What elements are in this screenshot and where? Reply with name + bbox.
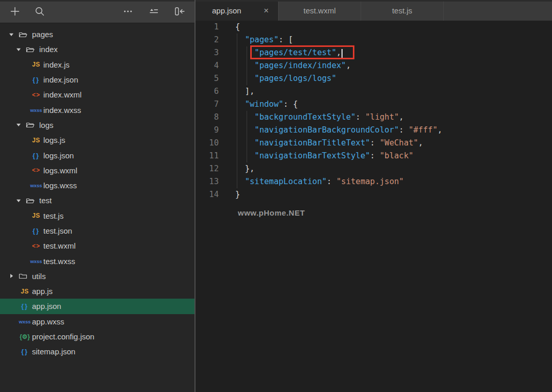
tree-item-project-config-json[interactable]: {⚙}project.config.json [0,329,194,344]
tab-label: app.json [212,6,241,15]
tree-item-logs[interactable]: logs [0,118,194,133]
close-tab-icon[interactable]: × [262,5,271,16]
json-value: "WeChat" [380,138,418,148]
code-line: 1{ [196,21,552,34]
tree-item-app-js[interactable]: JSapp.js [0,284,194,299]
json-punctuation: , [336,48,341,57]
tree-item-label: index.wxml [43,90,82,99]
tree-item-index-js[interactable]: JSindex.js [0,57,194,72]
new-file-icon[interactable] [9,6,21,17]
tree-item-utils[interactable]: utils [0,269,194,284]
tree-item-index-wxml[interactable]: <>index.wxml [0,87,194,102]
tree-item-test-json[interactable]: {}test.json [0,223,194,238]
tree-item-label: test.json [43,226,72,235]
tree-item-logs-js[interactable]: JSlogs.js [0,133,194,148]
json-punctuation: : { [283,100,298,109]
explorer-toolbar [0,0,194,23]
chevron-down-icon[interactable] [15,198,22,203]
line-number: 11 [196,150,219,162]
tree-item-index[interactable]: index [0,42,194,57]
chevron-right-icon[interactable] [8,273,14,279]
tab-test-js[interactable]: test.js [361,0,444,21]
json-punctuation: : [355,112,365,122]
code-line: 10 "navigationBarTitleText": "WeChat", [196,137,552,150]
folder-open-icon [26,121,35,128]
file-tree: pagesindexJSindex.js{}index.json<>index.… [0,23,194,360]
text-cursor [342,49,343,58]
code-line: 6 ], [196,85,552,98]
tree-item-index-wxss[interactable]: wxssindex.wxss [0,102,194,117]
json-punctuation [235,138,254,148]
search-icon[interactable] [34,6,45,17]
code-line-content[interactable]: "navigationBarBackgroundColor": "#fff", [219,124,552,137]
code-line-content[interactable]: } [219,188,552,201]
tree-item-logs-json[interactable]: {}logs.json [0,148,194,162]
folder-open-icon [19,31,27,38]
hide-sidebar-icon[interactable] [174,6,185,17]
tree-item-label: project.config.json [32,332,94,341]
tree-item-app-wxss[interactable]: wxssapp.wxss [0,314,194,329]
collapse-all-icon[interactable] [148,6,159,17]
code-line-content[interactable]: "sitemapLocation": "sitemap.json" [219,175,552,188]
line-number: 12 [196,162,219,175]
line-number: 14 [196,188,219,201]
tree-item-label: test.wxss [43,257,75,266]
tree-item-pages[interactable]: pages [0,27,194,42]
code-line-content[interactable]: "pages/logs/logs" [219,72,552,85]
line-number: 6 [196,85,219,98]
json-punctuation [235,61,254,70]
line-number: 13 [196,175,219,188]
tree-item-test-wxss[interactable]: wxsstest.wxss [0,253,194,268]
json-key: "navigationBarBackgroundColor" [254,125,399,135]
json-punctuation: , [399,112,403,122]
json-key: "navigationBarTextStyle" [254,151,370,160]
tab-label: test.js [392,6,412,15]
chevron-down-icon[interactable] [15,122,22,127]
tree-item-logs-wxss[interactable]: wxsslogs.wxss [0,178,194,193]
tab-test-wxml[interactable]: test.wxml [279,0,361,21]
json-value: "#fff" [409,125,437,135]
tree-item-index-json[interactable]: {}index.json [0,72,194,87]
code-line-content[interactable]: ], [219,85,552,98]
tab-app-json[interactable]: app.json× [196,0,279,21]
json-key: "window" [245,100,284,109]
tree-item-label: index.js [43,60,70,69]
tree-item-sitemap-json[interactable]: {}sitemap.json [0,344,194,359]
tree-item-label: app.json [32,302,61,311]
json-file-icon: {} [30,76,42,84]
json-key: "pages/index/index" [254,61,346,70]
code-line-content[interactable]: "window": { [219,98,552,111]
tree-item-label: index.json [43,75,78,84]
tree-item-logs-wxml[interactable]: <>logs.wxml [0,163,194,178]
json-key: "pages/logs/logs" [254,74,336,83]
tree-item-app-json[interactable]: {}app.json [0,299,194,314]
code-line-content[interactable]: "navigationBarTitleText": "WeChat", [219,137,552,150]
js-file-icon: JS [19,288,31,295]
json-key: "pages" [245,35,279,44]
code-line-content[interactable]: "backgroundTextStyle": "light", [219,111,552,124]
json-value: "light" [365,112,399,122]
editor-pane: app.json×test.wxmltest.js www.pHome.NET … [196,0,552,392]
tree-item-test[interactable]: test [0,193,194,208]
code-line: 14} [196,188,552,201]
code-line-content[interactable]: "navigationBarTextStyle": "black" [219,150,552,162]
code-line: 12 }, [196,162,552,175]
sidebar-editor-divider[interactable] [194,0,196,392]
chevron-down-icon[interactable] [15,47,22,52]
code-line-content[interactable]: "pages/index/index", [219,59,552,72]
tree-item-test-wxml[interactable]: <>test.wxml [0,238,194,253]
more-icon[interactable] [122,6,134,17]
code-line-content[interactable]: { [219,21,552,34]
chevron-down-icon[interactable] [8,32,14,37]
code-line-content[interactable]: "pages/test/test", [219,46,552,59]
code-line: 9 "navigationBarBackgroundColor": "#fff"… [196,124,552,137]
tree-item-label: app.wxss [32,317,64,326]
json-key: "sitemapLocation" [245,177,327,186]
code-editor[interactable]: www.pHome.NET 1{2 "pages": [3 "pages/tes… [196,21,552,392]
line-number: 9 [196,124,219,137]
code-line-content[interactable]: }, [219,162,552,175]
code-line-content[interactable]: "pages": [ [219,34,552,46]
json-punctuation: : [399,125,409,135]
wxml-file-icon: <> [30,91,42,99]
tree-item-test-js[interactable]: JStest.js [0,208,194,223]
